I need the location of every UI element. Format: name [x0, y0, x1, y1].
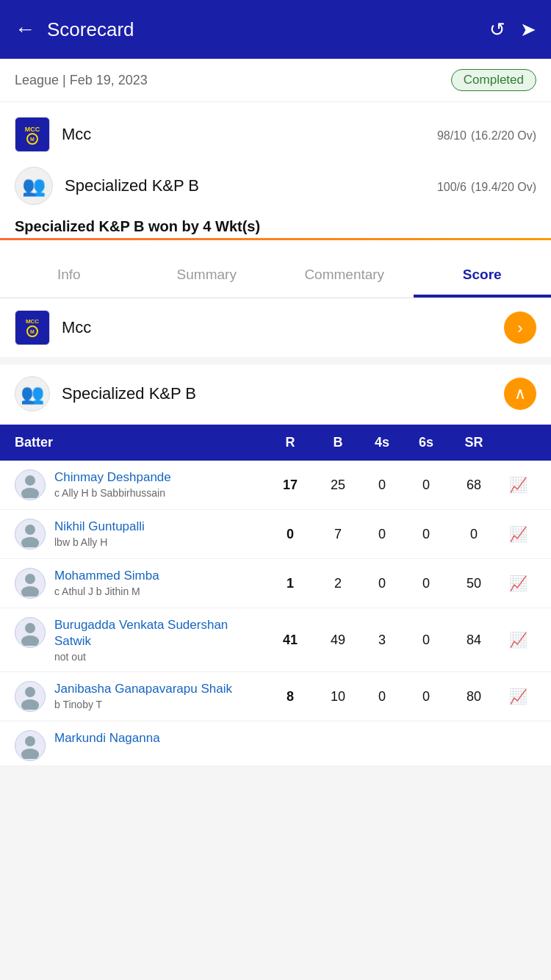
- team1-expand-btn[interactable]: ›: [504, 311, 536, 344]
- team1-section-logo: MCC M: [15, 310, 50, 345]
- team2-name: Specialized K&P B: [65, 176, 437, 195]
- header-actions: ↺ ➤: [489, 18, 536, 41]
- team1-name: Mcc: [62, 125, 437, 144]
- batter-dismissal: not out: [54, 651, 264, 663]
- chart-icon[interactable]: 📈: [500, 631, 536, 649]
- batter-info: Janibasha Ganapavarapu Shaik b Tinoby T: [15, 681, 264, 712]
- chart-icon[interactable]: 📈: [500, 688, 536, 705]
- tab-summary[interactable]: Summary: [138, 252, 276, 298]
- batter-dismissal: c Athul J b Jithin M: [54, 586, 159, 597]
- svg-point-8: [25, 475, 35, 486]
- avatar: [15, 730, 46, 761]
- stat-sr: 84: [448, 633, 500, 648]
- svg-point-17: [21, 699, 39, 710]
- chart-icon[interactable]: 📈: [500, 525, 536, 543]
- batter-dismissal: c Ally H b Sabbirhussain: [54, 487, 171, 499]
- stat-b: 49: [316, 633, 360, 648]
- stat-6s: 0: [404, 689, 448, 705]
- tab-score[interactable]: Score: [414, 252, 552, 298]
- svg-point-19: [21, 749, 39, 759]
- avatar: [15, 469, 46, 500]
- stat-b: 10: [316, 689, 360, 705]
- stat-4s: 0: [360, 527, 404, 542]
- team2-section-header: 👥 Specialized K&P B ∧: [0, 364, 551, 423]
- status-badge: Completed: [451, 69, 536, 91]
- col-r: R: [264, 435, 316, 450]
- back-button[interactable]: ←: [15, 18, 35, 41]
- svg-point-12: [25, 574, 35, 584]
- stat-r: 8: [264, 689, 316, 705]
- batter-name[interactable]: Janibasha Ganapavarapu Shaik: [54, 681, 232, 697]
- stat-6s: 0: [404, 478, 448, 493]
- stat-b: 2: [316, 576, 360, 591]
- team2-section-logo: 👥: [15, 376, 50, 411]
- stat-sr: 50: [448, 576, 500, 591]
- share-icon[interactable]: ➤: [520, 18, 536, 41]
- match-info-bar: League | Feb 19, 2023 Completed: [0, 59, 551, 102]
- team1-row: MCC M Mcc 98/10 (16.2/20 Ov): [15, 109, 536, 159]
- avatar: [15, 681, 46, 712]
- stat-4s: 0: [360, 689, 404, 705]
- svg-point-9: [21, 488, 39, 498]
- batter-name[interactable]: Nikhil Guntupalli: [54, 519, 145, 535]
- stat-sr: 68: [448, 478, 500, 493]
- svg-point-15: [21, 635, 39, 646]
- team2-section-name: Specialized K&P B: [62, 384, 504, 403]
- table-row: Mohammed Simba c Athul J b Jithin M 1 2 …: [0, 559, 551, 608]
- svg-text:M: M: [30, 137, 35, 142]
- team2-logo: 👥: [15, 167, 53, 205]
- tab-info[interactable]: Info: [0, 252, 138, 298]
- scorecard-content: MCC M Mcc › 👥 Specialized K&P B ∧ Batter…: [0, 298, 551, 766]
- team2-row: 👥 Specialized K&P B 100/6 (19.4/20 Ov): [15, 159, 536, 212]
- avatar: [15, 568, 46, 599]
- svg-point-10: [25, 525, 35, 535]
- tab-commentary[interactable]: Commentary: [276, 252, 414, 298]
- svg-point-13: [21, 586, 39, 597]
- stat-6s: 0: [404, 576, 448, 591]
- table-row: Burugadda Venkata Sudershan Satwik not o…: [0, 608, 551, 672]
- team2-score: 100/6 (19.4/20 Ov): [437, 176, 536, 195]
- page-title: Scorecard: [47, 18, 489, 41]
- stat-6s: 0: [404, 633, 448, 648]
- col-6s: 6s: [404, 435, 448, 450]
- header: ← Scorecard ↺ ➤: [0, 0, 551, 59]
- table-row: Markundi Naganna: [0, 721, 551, 766]
- refresh-icon[interactable]: ↺: [489, 18, 505, 41]
- batter-name[interactable]: Chinmay Deshpande: [54, 469, 171, 486]
- stat-b: 7: [316, 527, 360, 542]
- svg-text:MCC: MCC: [26, 318, 39, 325]
- team1-section-header: MCC M Mcc ›: [0, 298, 551, 357]
- result-text: Specialized K&P B won by 4 Wkt(s): [15, 212, 536, 238]
- batter-name[interactable]: Markundi Naganna: [54, 730, 160, 746]
- stat-sr: 80: [448, 689, 500, 705]
- chart-icon[interactable]: 📈: [500, 476, 536, 494]
- svg-rect-4: [18, 313, 47, 342]
- table-row: Nikhil Guntupalli lbw b Ally H 0 7 0 0 0…: [0, 510, 551, 559]
- svg-point-11: [21, 537, 39, 547]
- stat-6s: 0: [404, 527, 448, 542]
- batter-name[interactable]: Burugadda Venkata Sudershan Satwik: [54, 617, 264, 649]
- avatar: [15, 617, 46, 648]
- col-sr: SR: [448, 435, 500, 450]
- batter-dismissal: b Tinoby T: [54, 699, 232, 710]
- team1-section-name: Mcc: [62, 318, 504, 337]
- chart-icon[interactable]: 📈: [500, 574, 536, 592]
- tabs-bar: Info Summary Commentary Score: [0, 252, 551, 298]
- stat-r: 1: [264, 576, 316, 591]
- svg-point-16: [25, 687, 35, 697]
- stat-r: 17: [264, 478, 316, 493]
- table-header: Batter R B 4s 6s SR: [0, 425, 551, 461]
- batter-info: Chinmay Deshpande c Ally H b Sabbirhussa…: [15, 469, 264, 500]
- stat-4s: 3: [360, 633, 404, 648]
- batting-table: Batter R B 4s 6s SR Chinmay Deshpande c …: [0, 425, 551, 766]
- svg-point-14: [25, 623, 35, 633]
- col-4s: 4s: [360, 435, 404, 450]
- col-batter: Batter: [15, 435, 264, 450]
- team2-expand-btn[interactable]: ∧: [504, 378, 536, 410]
- stat-r: 0: [264, 527, 316, 542]
- batter-info: Nikhil Guntupalli lbw b Ally H: [15, 519, 264, 550]
- batter-dismissal: lbw b Ally H: [54, 536, 145, 548]
- match-meta: League | Feb 19, 2023: [15, 73, 148, 88]
- batter-name[interactable]: Mohammed Simba: [54, 568, 159, 584]
- stat-4s: 0: [360, 478, 404, 493]
